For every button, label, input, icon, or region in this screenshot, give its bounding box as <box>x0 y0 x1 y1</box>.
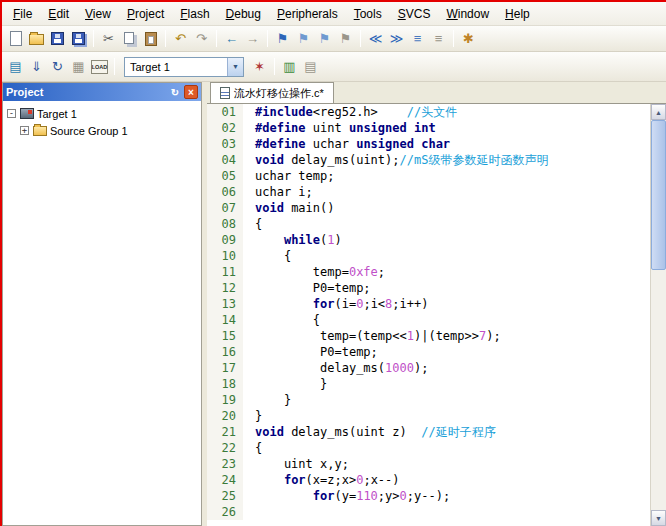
code-line[interactable]: 25 for(y=110;y>0;y--); <box>207 488 650 504</box>
comment-icon[interactable]: ≡ <box>408 29 427 48</box>
menu-item-svcs[interactable]: SVCS <box>390 4 439 24</box>
menu-item-edit[interactable]: Edit <box>40 4 77 24</box>
tree-expander[interactable]: - <box>7 109 16 118</box>
code-text: for(y=110;y>0;y--); <box>243 488 450 504</box>
code-line[interactable]: 20} <box>207 408 650 424</box>
build-icon[interactable]: ⇓ <box>27 57 46 76</box>
code-line[interactable]: 02#define uint unsigned int <box>207 120 650 136</box>
code-text: uchar i; <box>243 184 313 200</box>
editor-tab[interactable]: 流水灯移位操作.c* <box>210 82 334 103</box>
translate-file-icon[interactable]: ▤ <box>6 57 25 76</box>
toggle-bookmark-icon[interactable]: ⚑ <box>273 29 292 48</box>
code-line[interactable]: 03#define uchar unsigned char <box>207 136 650 152</box>
code-text: } <box>243 376 327 392</box>
paste-icon[interactable] <box>141 29 160 48</box>
code-line[interactable]: 09 while(1) <box>207 232 650 248</box>
menu-bar: FileEditViewProjectFlashDebugPeripherals… <box>2 2 666 26</box>
prev-bookmark-icon[interactable]: ⚑ <box>294 29 313 48</box>
next-bookmark-icon[interactable]: ⚑ <box>315 29 334 48</box>
target-select[interactable]: Target 1 ▼ <box>124 57 244 77</box>
clear-bookmarks-icon[interactable]: ⚑ <box>336 29 355 48</box>
code-line[interactable]: 10 { <box>207 248 650 264</box>
cut-icon[interactable]: ✂ <box>99 29 118 48</box>
code-line[interactable]: 12 P0=temp; <box>207 280 650 296</box>
undo-icon[interactable]: ↶ <box>171 29 190 48</box>
code-text: temp=0xfe; <box>243 264 385 280</box>
code-line[interactable]: 17 delay_ms(1000); <box>207 360 650 376</box>
code-text: void delay_ms(uint);//mS级带参数延时函数声明 <box>243 152 548 168</box>
menu-item-view[interactable]: View <box>77 4 119 24</box>
code-line[interactable]: 14 { <box>207 312 650 328</box>
toolbar-separator <box>165 30 166 47</box>
source-file-icon <box>220 87 230 99</box>
menu-item-file[interactable]: File <box>5 4 40 24</box>
tree-item-source-group-1[interactable]: +Source Group 1 <box>5 122 199 139</box>
new-file-icon[interactable] <box>6 29 25 48</box>
uncomment-icon[interactable]: ≡ <box>429 29 448 48</box>
code-line[interactable]: 13 for(i=0;i<8;i++) <box>207 296 650 312</box>
code-line[interactable]: 23 uint x,y; <box>207 456 650 472</box>
editor-body: 01#include<reg52.h> //头文件02#define uint … <box>207 104 666 526</box>
configure-icon[interactable]: ✱ <box>459 29 478 48</box>
scrollbar-track[interactable] <box>651 120 666 510</box>
file-extensions-icon[interactable]: ▤ <box>301 57 320 76</box>
toolbar-separator <box>216 30 217 47</box>
save-all-icon[interactable] <box>69 29 88 48</box>
code-text: #define uint unsigned int <box>243 120 436 136</box>
menu-item-help[interactable]: Help <box>497 4 538 24</box>
download-icon[interactable]: LOAD <box>90 57 109 76</box>
code-line[interactable]: 15 temp=(temp<<1)|(temp>>7); <box>207 328 650 344</box>
code-line[interactable]: 19 } <box>207 392 650 408</box>
line-number: 24 <box>207 472 243 488</box>
code-line[interactable]: 22{ <box>207 440 650 456</box>
line-number: 11 <box>207 264 243 280</box>
code-area[interactable]: 01#include<reg52.h> //头文件02#define uint … <box>207 104 650 526</box>
options-for-target-icon[interactable]: ✶ <box>250 57 269 76</box>
redo-icon[interactable]: ↷ <box>192 29 211 48</box>
code-text: { <box>243 312 320 328</box>
menu-item-project[interactable]: Project <box>119 4 172 24</box>
navigate-forward-icon[interactable]: → <box>243 29 262 48</box>
code-line[interactable]: 16 P0=temp; <box>207 344 650 360</box>
code-line[interactable]: 18 } <box>207 376 650 392</box>
panel-close-icon[interactable]: × <box>184 85 198 99</box>
menu-item-debug[interactable]: Debug <box>218 4 269 24</box>
scroll-down-icon[interactable]: ▼ <box>651 510 666 526</box>
open-file-icon[interactable] <box>27 29 46 48</box>
code-line[interactable]: 21void delay_ms(uint z) //延时子程序 <box>207 424 650 440</box>
toolbar-separator <box>274 58 275 75</box>
indent-icon[interactable]: ≫ <box>387 29 406 48</box>
copy-icon[interactable] <box>120 29 139 48</box>
menu-item-peripherals[interactable]: Peripherals <box>269 4 346 24</box>
code-line[interactable]: 08{ <box>207 216 650 232</box>
code-line[interactable]: 07void main() <box>207 200 650 216</box>
menu-item-flash[interactable]: Flash <box>172 4 217 24</box>
line-number: 17 <box>207 360 243 376</box>
rebuild-icon[interactable]: ↻ <box>48 57 67 76</box>
scroll-up-icon[interactable]: ▲ <box>651 104 666 120</box>
save-icon[interactable] <box>48 29 67 48</box>
unindent-icon[interactable]: ≪ <box>366 29 385 48</box>
code-text: { <box>243 216 262 232</box>
code-line[interactable]: 06uchar i; <box>207 184 650 200</box>
tree-item-target-1[interactable]: -Target 1 <box>5 105 199 122</box>
navigate-back-icon[interactable]: ← <box>222 29 241 48</box>
batch-build-icon[interactable]: ▦ <box>69 57 88 76</box>
menu-item-window[interactable]: Window <box>438 4 497 24</box>
code-text: temp=(temp<<1)|(temp>>7); <box>243 328 501 344</box>
panel-dock-icon[interactable]: ↻ <box>168 85 182 99</box>
vertical-scrollbar[interactable]: ▲ ▼ <box>650 104 666 526</box>
code-line[interactable]: 01#include<reg52.h> //头文件 <box>207 104 650 120</box>
chevron-down-icon[interactable]: ▼ <box>227 58 243 76</box>
code-text <box>243 504 255 520</box>
code-line[interactable]: 11 temp=0xfe; <box>207 264 650 280</box>
manage-components-icon[interactable]: ▥ <box>280 57 299 76</box>
code-line[interactable]: 04void delay_ms(uint);//mS级带参数延时函数声明 <box>207 152 650 168</box>
code-line[interactable]: 26 <box>207 504 650 520</box>
tree-expander[interactable]: + <box>20 126 29 135</box>
code-line[interactable]: 05uchar temp; <box>207 168 650 184</box>
menu-item-tools[interactable]: Tools <box>346 4 390 24</box>
code-line[interactable]: 24 for(x=z;x>0;x--) <box>207 472 650 488</box>
code-text: } <box>243 408 262 424</box>
scrollbar-thumb[interactable] <box>651 120 666 270</box>
